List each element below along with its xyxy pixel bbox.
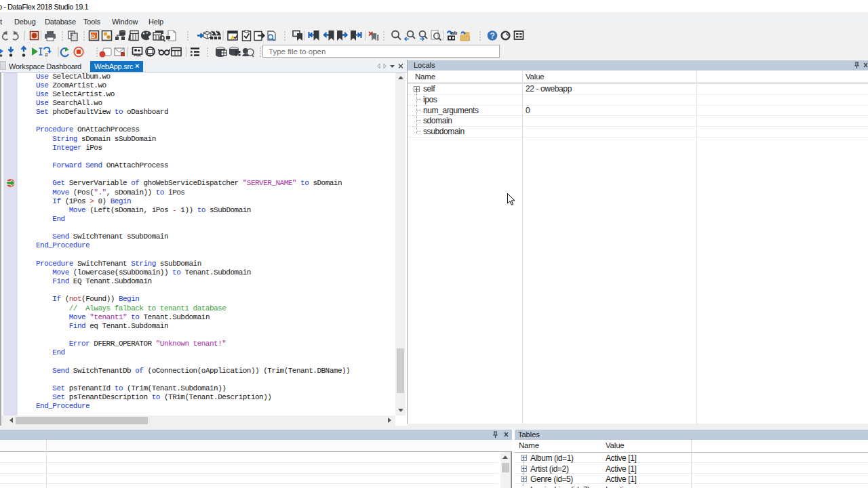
svg-text:?: ? (490, 31, 495, 41)
svg-text:ab: ab (451, 30, 457, 36)
svg-text:D: D (92, 33, 96, 39)
svg-text:#: # (45, 52, 48, 58)
